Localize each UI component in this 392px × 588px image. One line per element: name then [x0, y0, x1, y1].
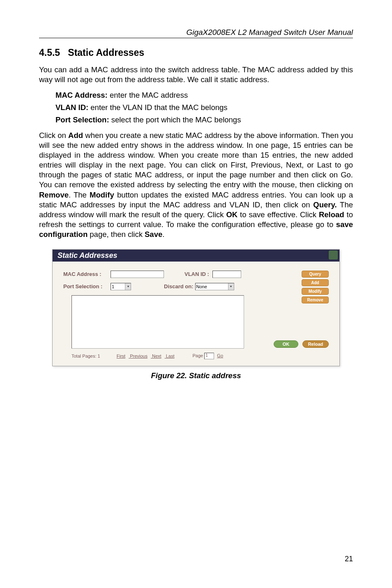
page-area: Page 1 Go [193, 353, 224, 359]
figure-caption: Figure 22. Static address [39, 371, 353, 380]
chevron-down-icon: ▾ [228, 283, 234, 290]
bullet-vlan: VLAN ID: enter the VLAN ID that the MAC … [55, 103, 353, 113]
add-button[interactable]: Add [302, 279, 329, 286]
modify-button[interactable]: Modify [302, 288, 329, 295]
discard-value: None [196, 284, 207, 289]
para-intro: You can add a MAC address into the switc… [39, 65, 353, 85]
reload-button[interactable]: Reload [302, 340, 329, 348]
port-label: Port Selection : [63, 283, 111, 289]
bottom-buttons: OK Reload [274, 340, 329, 348]
figure-wrap: Static Addresses Query Add Modify Remove… [39, 249, 353, 380]
para-main: Click on Add when you create a new stati… [39, 131, 353, 239]
section-title: Static Addresses [68, 47, 144, 58]
section-heading: 4.5.5 Static Addresses [39, 47, 353, 58]
page-label: Page [193, 353, 203, 358]
vlan-input[interactable] [212, 271, 241, 278]
pager-links: First Previous Next Last [117, 354, 178, 358]
discard-select[interactable]: None ▾ [195, 283, 234, 290]
screenshot-panel: Static Addresses Query Add Modify Remove… [52, 249, 340, 366]
panel-titlebar: Static Addresses [53, 250, 339, 262]
go-link[interactable]: Go [217, 353, 223, 358]
discard-label: Discard on: [164, 283, 194, 289]
address-listbox[interactable] [71, 295, 244, 349]
link-previous[interactable]: Previous [130, 354, 148, 358]
side-buttons: Query Add Modify Remove [302, 271, 329, 303]
row-mac-vlan: MAC Address : VLAN ID : [63, 271, 329, 278]
bullet-port: Port Selection: select the port which th… [55, 115, 353, 125]
mac-label: MAC Address : [63, 271, 111, 277]
section-number: 4.5.5 [39, 47, 60, 58]
chevron-down-icon: ▾ [125, 283, 131, 290]
port-select[interactable]: 1 ▾ [111, 283, 131, 290]
link-last[interactable]: Last [166, 354, 175, 358]
panel-body: Query Add Modify Remove MAC Address : VL… [53, 262, 339, 366]
bullet-list: MAC Address: enter the MAC address VLAN … [55, 90, 353, 125]
page-number: 21 [345, 555, 353, 563]
link-next[interactable]: Next [152, 354, 161, 358]
panel-icon [329, 250, 338, 260]
query-button[interactable]: Query [302, 271, 329, 278]
mac-input[interactable] [111, 271, 164, 278]
total-pages-label: Total Pages: 1 [71, 354, 100, 358]
header: GigaX2008EX L2 Managed Switch User Manua… [39, 28, 353, 38]
ok-button[interactable]: OK [274, 340, 298, 348]
port-value: 1 [112, 284, 114, 289]
vlan-label: VLAN ID : [184, 271, 209, 277]
remove-button[interactable]: Remove [302, 296, 329, 303]
panel-title: Static Addresses [58, 251, 117, 260]
link-first[interactable]: First [117, 354, 125, 358]
bullet-mac: MAC Address: enter the MAC address [55, 90, 353, 100]
header-title: GigaX2008EX L2 Managed Switch User Manua… [186, 28, 353, 37]
page-input[interactable]: 1 [204, 353, 214, 359]
panel-footer: Total Pages: 1 First Previous Next Last … [63, 353, 329, 359]
row-port-discard: Port Selection : 1 ▾ Discard on: None ▾ [63, 283, 329, 290]
